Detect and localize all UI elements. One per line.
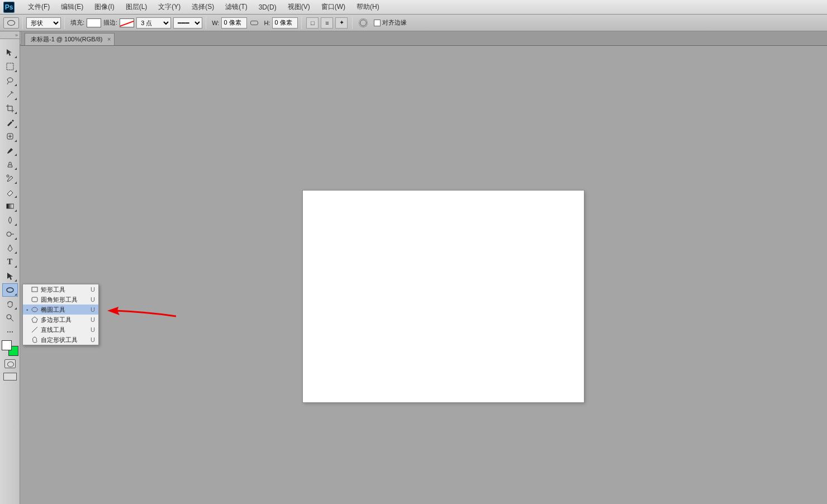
svg-rect-10 [32, 287, 37, 292]
stroke-style-select[interactable]: ━━━ [173, 17, 202, 28]
width-input[interactable] [221, 17, 247, 28]
svg-marker-13 [32, 317, 37, 322]
color-swatches[interactable] [2, 340, 18, 356]
move-tool[interactable] [2, 46, 18, 59]
screen-mode-toggle[interactable] [3, 373, 17, 381]
flyout-item-label: 矩形工具 [40, 286, 88, 294]
stroke-swatch[interactable] [120, 18, 134, 27]
magic-wand-tool[interactable] [2, 88, 18, 101]
roundrect-icon [30, 296, 40, 303]
align-edges-checkbox[interactable] [374, 20, 381, 26]
fill-label: 填充: [70, 18, 84, 27]
svg-point-8 [9, 331, 11, 332]
hand-tool[interactable] [2, 297, 18, 311]
path-op-3[interactable]: ✦ [335, 17, 348, 28]
menu-bar: Ps 文件(F) 编辑(E) 图像(I) 图层(L) 文字(Y) 选择(S) 滤… [0, 0, 827, 15]
shape-tool-flyout: 矩形工具U圆角矩形工具U▪椭圆工具U多边形工具U直线工具U自定形状工具U [22, 284, 99, 345]
quick-mask-toggle[interactable] [4, 359, 16, 368]
polygon-icon [30, 316, 40, 324]
menu-type[interactable]: 文字(Y) [153, 2, 186, 12]
current-tool-icon[interactable] [3, 17, 19, 28]
flyout-item-label: 直线工具 [40, 326, 88, 334]
history-brush-tool[interactable] [2, 172, 18, 185]
options-bar: 形状 填充: 描边: 3 点 ━━━ W: H: □ ≡ ✦ 对齐边缘 [0, 15, 827, 31]
tool-mode-select[interactable]: 形状 [26, 17, 61, 28]
eraser-tool[interactable] [2, 186, 18, 199]
menu-file[interactable]: 文件(F) [22, 2, 55, 12]
flyout-item-shortcut: U [88, 306, 95, 313]
flyout-item-ellipse[interactable]: ▪椭圆工具U [23, 305, 98, 315]
align-edges-option[interactable]: 对齐边缘 [374, 18, 407, 27]
link-wh-button[interactable] [248, 17, 260, 28]
svg-point-4 [7, 232, 11, 236]
document-tab-title: 未标题-1 @ 100%(RGB/8) [31, 35, 103, 44]
eyedropper-tool[interactable] [2, 116, 18, 129]
menu-help[interactable]: 帮助(H) [351, 2, 385, 12]
svg-rect-0 [7, 63, 13, 70]
toolbox-grip[interactable]: » [0, 31, 20, 39]
flyout-item-shortcut: U [88, 296, 95, 303]
flyout-item-label: 多边形工具 [40, 316, 88, 324]
gradient-tool[interactable] [2, 199, 18, 213]
rect-icon [30, 286, 40, 293]
width-label: W: [212, 20, 219, 26]
menu-image[interactable]: 图像(I) [89, 2, 120, 12]
canvas[interactable] [303, 191, 584, 402]
path-selection-tool[interactable] [2, 269, 18, 283]
svg-point-7 [7, 331, 8, 332]
clone-stamp-tool[interactable] [2, 158, 18, 171]
pen-tool[interactable] [2, 241, 18, 255]
brush-tool[interactable] [2, 144, 18, 157]
height-input[interactable] [272, 17, 298, 28]
svg-point-2 [7, 175, 9, 177]
foreground-color-swatch[interactable] [2, 340, 12, 350]
menu-3d[interactable]: 3D(D) [253, 3, 282, 11]
align-edges-label: 对齐边缘 [382, 18, 407, 27]
flyout-item-label: 自定形状工具 [40, 336, 88, 344]
menu-window[interactable]: 窗口(W) [316, 2, 351, 12]
blur-tool[interactable] [2, 213, 18, 227]
flyout-item-shortcut: U [88, 316, 95, 323]
menu-select[interactable]: 选择(S) [186, 2, 220, 12]
tab-close-button[interactable]: × [107, 36, 111, 42]
selected-bullet-icon: ▪ [25, 307, 30, 312]
toolbox-collapse-icon[interactable]: » [15, 32, 18, 38]
flyout-item-shortcut: U [88, 286, 95, 293]
link-icon [250, 21, 258, 25]
type-tool[interactable]: T [2, 255, 18, 269]
svg-point-5 [7, 288, 13, 292]
gear-icon [360, 20, 367, 26]
flyout-item-roundrect[interactable]: 圆角矩形工具U [23, 294, 98, 305]
path-op-2[interactable]: ≡ [321, 17, 333, 28]
healing-brush-tool[interactable] [2, 130, 18, 143]
document-tab-bar: 未标题-1 @ 100%(RGB/8) × [0, 31, 827, 46]
svg-rect-3 [7, 204, 13, 208]
height-label: H: [264, 20, 270, 26]
menu-edit[interactable]: 编辑(E) [55, 2, 89, 12]
flyout-item-custom[interactable]: 自定形状工具U [23, 335, 98, 345]
flyout-item-polygon[interactable]: 多边形工具U [23, 315, 98, 325]
zoom-tool[interactable] [2, 311, 18, 325]
flyout-item-rect[interactable]: 矩形工具U [23, 284, 98, 294]
workspace[interactable] [20, 46, 827, 504]
line-icon [30, 326, 40, 334]
menu-view[interactable]: 视图(V) [282, 2, 316, 12]
shape-tool[interactable] [2, 283, 18, 297]
menu-layer[interactable]: 图层(L) [120, 2, 153, 12]
crop-tool[interactable] [2, 102, 18, 115]
lasso-tool[interactable] [2, 74, 18, 87]
edit-toolbar[interactable] [2, 325, 18, 339]
svg-point-12 [32, 307, 37, 312]
flyout-item-label: 椭圆工具 [40, 306, 88, 314]
tool-settings-button[interactable] [357, 17, 369, 28]
stroke-width-select[interactable]: 3 点 [136, 17, 171, 28]
toolbox: » T [0, 31, 20, 504]
dodge-tool[interactable] [2, 227, 18, 241]
menu-filter[interactable]: 滤镜(T) [220, 2, 253, 12]
document-tab[interactable]: 未标题-1 @ 100%(RGB/8) × [25, 33, 115, 45]
fill-swatch[interactable] [87, 18, 101, 27]
flyout-item-label: 圆角矩形工具 [40, 296, 88, 304]
path-op-1[interactable]: □ [306, 17, 319, 28]
flyout-item-line[interactable]: 直线工具U [23, 325, 98, 335]
marquee-tool[interactable] [2, 60, 18, 73]
